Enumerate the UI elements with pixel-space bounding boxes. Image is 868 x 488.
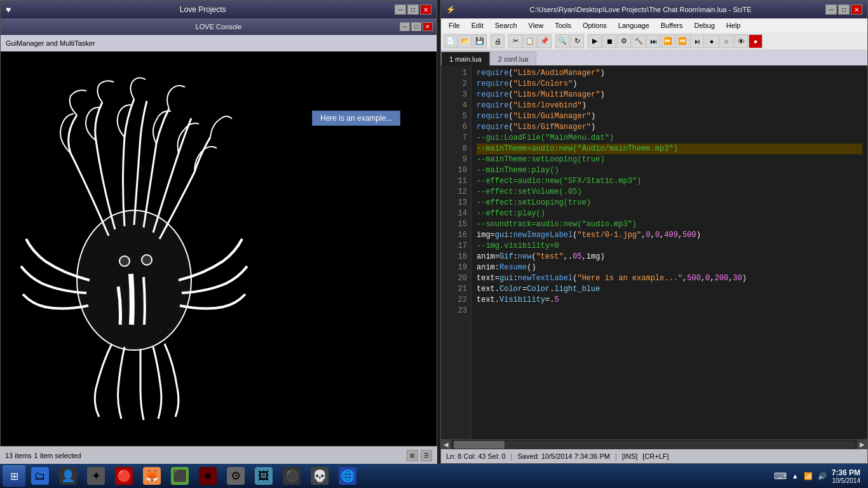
maximize-button[interactable]: □	[407, 4, 419, 15]
menu-help[interactable]: Help	[721, 20, 746, 30]
clock-time: 7:36 PM	[832, 468, 860, 477]
taskbar-item-tool[interactable]: ⚙	[222, 465, 249, 487]
view-icon-list[interactable]: ☰	[421, 450, 432, 461]
menu-buffers[interactable]: Buffers	[656, 20, 688, 30]
scrollbar-track[interactable]	[454, 441, 855, 449]
minecraft-icon: ⬛	[171, 467, 189, 485]
tb-find-next[interactable]: ↻	[570, 34, 584, 48]
tb-cut[interactable]: ✂	[508, 34, 522, 48]
photo-icon: 🖼	[255, 467, 273, 485]
tb-watch[interactable]: 👁	[734, 34, 748, 48]
taskbar-network-icon: 📶	[804, 472, 813, 480]
code-line-9: --mainTheme:setLooping(true)	[477, 154, 862, 165]
taskbar-item-game[interactable]: ★	[194, 465, 221, 487]
tb-clear-breakpoints[interactable]: ○	[719, 34, 733, 48]
scite-window: ⚡ C:\Users\Ryan\Desktop\Love Projects\Th…	[440, 0, 868, 464]
tb-run[interactable]: ▶	[588, 34, 602, 48]
clock-date: 10/5/2014	[832, 477, 860, 484]
tb-toggle-breakpoint[interactable]: ●	[705, 34, 719, 48]
svg-point-1	[119, 256, 130, 266]
tb-new[interactable]: 📄	[444, 34, 458, 48]
tb-continue[interactable]: ⏯	[690, 34, 704, 48]
scite-title: C:\Users\Ryan\Desktop\Love Projects\The …	[456, 6, 825, 13]
close-button[interactable]: ✕	[420, 4, 431, 15]
taskbar-item-dark[interactable]: ⚫	[278, 465, 305, 487]
code-line-4: require("Libs/lovebind")	[477, 100, 862, 111]
code-line-12: --effect:setVolume(.05)	[477, 187, 862, 198]
love-window-icon: ♥	[6, 4, 11, 15]
tb-open[interactable]: 📂	[458, 34, 472, 48]
tb-find[interactable]: 🔍	[555, 34, 569, 48]
taskbar-item-firefox[interactable]: 🦊	[139, 465, 165, 487]
menu-view[interactable]: View	[524, 20, 549, 30]
love-window: ♥ Love Projects ─ □ ✕ LOVE Console ─ □ ✕…	[0, 0, 437, 464]
menu-file[interactable]: File	[444, 20, 465, 30]
scite-editor: 12345 678910 1112131415 1617181920 21222…	[441, 65, 867, 439]
svg-point-2	[142, 255, 152, 265]
menu-options[interactable]: Options	[578, 20, 612, 30]
taskbar-clock: 7:36 PM 10/5/2014	[832, 468, 860, 484]
tb-print[interactable]: 🖨	[491, 34, 505, 48]
firefox-icon: 🦊	[143, 467, 161, 485]
selected-text: 1 item selected	[34, 452, 81, 459]
menu-debug[interactable]: Debug	[689, 20, 719, 30]
tab-main-lua[interactable]: 1 main.lua	[441, 51, 490, 65]
console-minimize[interactable]: ─	[400, 22, 410, 31]
scite-close-button[interactable]: ✕	[851, 4, 862, 15]
taskbar-item-photo[interactable]: 🖼	[250, 465, 277, 487]
code-line-18: anim=Gif:new("test",.05,img)	[477, 252, 862, 262]
taskbar-item-user[interactable]: 👤	[55, 465, 81, 487]
code-line-10: --mainTheme:play()	[477, 165, 862, 176]
minimize-button[interactable]: ─	[395, 4, 406, 15]
start-button[interactable]: ⊞	[3, 465, 25, 487]
scrollbar-thumb[interactable]	[454, 441, 505, 449]
taskbar-volume-icon: 🔊	[818, 472, 827, 480]
status-sep-1: |	[511, 452, 513, 460]
tb-step[interactable]: ⏭	[646, 34, 660, 48]
taskbar-item-file-explorer-icon[interactable]: 🗂	[27, 465, 53, 487]
scite-minimize-button[interactable]: ─	[825, 4, 837, 15]
tb-paste[interactable]: 📌	[538, 34, 552, 48]
taskbar-item-red[interactable]: 🔴	[111, 465, 137, 487]
tb-build[interactable]: 🔨	[632, 34, 646, 48]
code-line-19: anim:Resume()	[477, 262, 862, 273]
scroll-right-arrow[interactable]: ▶	[857, 440, 867, 450]
menu-language[interactable]: Language	[613, 20, 654, 30]
scite-horizontal-scrollbar[interactable]: ◀ ▶	[441, 439, 867, 449]
love-window-title: Love Projects	[11, 5, 395, 14]
menu-tools[interactable]: Tools	[550, 20, 576, 30]
scroll-left-arrow[interactable]: ◀	[441, 440, 451, 450]
love-titlebar: ♥ Love Projects ─ □ ✕	[1, 1, 437, 18]
line-numbers: 12345 678910 1112131415 1617181920 21222…	[441, 65, 471, 439]
tb-copy[interactable]: 📋	[523, 34, 537, 48]
code-line-5: require("Libs/GuiManager")	[477, 111, 862, 122]
code-area[interactable]: require("Libs/AudioManager") require("Li…	[471, 65, 867, 439]
code-line-15: --soundtrack=audio:new("audio.mp3")	[477, 219, 862, 230]
taskbar-item-globe[interactable]: 🌐	[334, 465, 361, 487]
example-label: Here is an example...	[312, 111, 400, 126]
taskbar-right: ⌨ ▲ 📶 🔊 7:36 PM 10/5/2014	[774, 468, 865, 484]
menu-search[interactable]: Search	[490, 20, 522, 30]
scite-toolbar: 📄 📂 💾 🖨 ✂ 📋 📌 🔍 ↻ ▶ ⏹ ⚙ 🔨 ⏭ ⏩ ⏪ ⏯ ● ○ 👁 …	[441, 32, 867, 50]
console-maximize[interactable]: □	[411, 22, 421, 31]
tb-step-over[interactable]: ⏩	[661, 34, 675, 48]
tb-save[interactable]: 💾	[473, 34, 487, 48]
scite-line-ending: [CR+LF]	[642, 452, 668, 460]
globe-icon: 🌐	[339, 467, 356, 485]
taskbar-item-star[interactable]: ✦	[83, 465, 109, 487]
taskbar-item-minecraft[interactable]: ⬛	[166, 465, 193, 487]
tb-step-out[interactable]: ⏪	[675, 34, 689, 48]
tb-compile[interactable]: ⚙	[617, 34, 631, 48]
console-controls: ─ □ ✕	[400, 22, 433, 31]
menu-edit[interactable]: Edit	[466, 20, 489, 30]
items-count-text: 13 items	[5, 452, 32, 459]
taskbar-item-skull[interactable]: 💀	[306, 465, 333, 487]
tab-conf-lua[interactable]: 2 conf.lua	[490, 51, 537, 65]
tb-stop[interactable]: ⏹	[602, 34, 616, 48]
file-explorer-icon: 🗂	[31, 467, 49, 485]
console-close[interactable]: ✕	[423, 22, 433, 31]
tb-about[interactable]: ●	[749, 34, 763, 48]
taskbar-arrow-icon: ▲	[792, 472, 799, 480]
view-icon-grid[interactable]: ⊞	[407, 450, 418, 461]
scite-maximize-button[interactable]: □	[838, 4, 850, 15]
